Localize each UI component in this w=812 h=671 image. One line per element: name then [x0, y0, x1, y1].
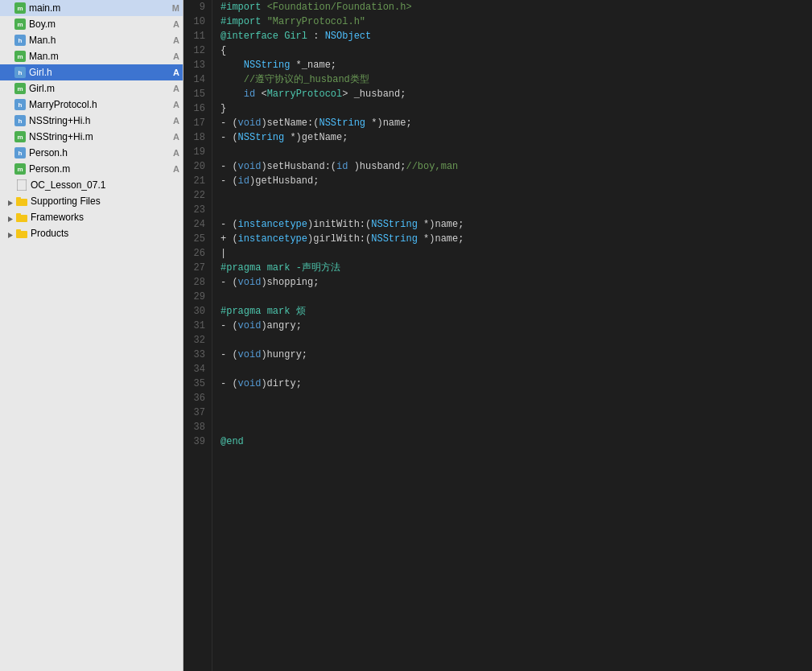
code-line: id <MarryProtocol> _husband; — [221, 87, 812, 101]
sidebar-item-person-h[interactable]: hPerson.hA — [0, 145, 183, 161]
sidebar-item-oc-lesson[interactable]: OC_Lesson_07.1 — [0, 177, 183, 193]
code-token: id — [244, 89, 255, 100]
code-token: #import — [221, 2, 261, 13]
line-number: 32 — [190, 333, 205, 348]
svg-marker-4 — [8, 216, 13, 222]
file-badge: A — [173, 148, 179, 158]
code-token: instancetype — [238, 233, 307, 245]
file-label: Supporting Files — [31, 196, 183, 207]
code-token: )dirty; — [261, 378, 301, 389]
code-token: #import — [221, 16, 261, 27]
h-file-icon: h — [14, 146, 27, 159]
code-content: #import <Foundation/Foundation.h>#import… — [212, 0, 812, 671]
line-number: 22 — [190, 188, 205, 203]
sidebar-item-nsstring-hi-h[interactable]: hNSString+Hi.hA — [0, 113, 183, 129]
svg-rect-0 — [17, 179, 27, 191]
code-token: - ( — [221, 320, 238, 331]
code-line: - (void)angry; — [221, 319, 812, 333]
code-token: mark — [267, 262, 291, 274]
code-line: @interface Girl : NSObject — [221, 29, 812, 43]
code-token: #pragma — [221, 262, 261, 274]
file-label: Girl.m — [29, 83, 173, 94]
sidebar-item-nsstring-hi-m[interactable]: mNSString+Hi.mA — [0, 129, 183, 145]
sidebar-item-boy-m[interactable]: mBoy.mA — [0, 16, 183, 32]
file-badge: M — [172, 3, 179, 13]
m-file-icon: m — [14, 2, 27, 14]
sidebar-item-supporting-files[interactable]: Supporting Files — [0, 193, 183, 209]
line-number: 26 — [190, 246, 205, 261]
file-label: Person.h — [29, 147, 173, 158]
code-token: )getHusband; — [249, 175, 319, 187]
code-token: NSObject — [325, 31, 372, 42]
code-token: )setHusband:( — [261, 161, 336, 172]
line-number: 33 — [190, 348, 205, 362]
code-line — [221, 145, 812, 159]
code-line — [221, 290, 812, 304]
code-token: - ( — [221, 349, 238, 360]
code-token: void — [238, 117, 262, 129]
line-number: 15 — [190, 87, 205, 101]
file-badge: A — [173, 19, 179, 29]
file-navigator[interactable]: mmain.mMmBoy.mAhMan.hAmMan.mAhGirl.hAmGi… — [0, 0, 183, 671]
code-token — [290, 262, 295, 274]
svg-rect-9 — [16, 229, 21, 233]
triangle-icon — [6, 182, 14, 189]
code-token: -声明方法 — [296, 262, 340, 274]
file-label: main.m — [29, 2, 172, 14]
line-number: 21 — [190, 174, 205, 188]
code-token: void — [238, 349, 262, 360]
line-number: 12 — [190, 43, 205, 58]
code-token: #pragma — [221, 306, 261, 317]
sidebar-item-man-m[interactable]: mMan.mA — [0, 48, 183, 64]
file-badge: A — [173, 116, 179, 126]
code-token: MarryProtocol — [267, 89, 343, 100]
sidebar-item-marry-h[interactable]: hMarryProtocol.hA — [0, 97, 183, 113]
code-line — [221, 362, 812, 377]
code-token: id — [238, 175, 249, 187]
line-number: 30 — [190, 304, 205, 319]
code-token: *_name; — [290, 60, 336, 71]
code-token: mark — [267, 306, 291, 317]
code-line: + (instancetype)girlWith:(NSString *)nam… — [221, 232, 812, 246]
svg-rect-6 — [16, 213, 21, 216]
code-token: : — [307, 31, 325, 42]
code-token: } — [221, 103, 226, 114]
code-line — [221, 188, 812, 203]
code-token: void — [238, 161, 262, 172]
plain-file-icon — [15, 179, 28, 191]
sidebar-item-person-m[interactable]: mPerson.mA — [0, 161, 183, 177]
code-token: <Foundation/Foundation.h> — [267, 2, 412, 13]
sidebar-item-man-h[interactable]: hMan.hA — [0, 32, 183, 48]
line-number: 16 — [190, 101, 205, 116]
code-token: - ( — [221, 219, 238, 230]
code-line: #pragma mark -声明方法 — [221, 261, 812, 275]
line-number: 20 — [190, 159, 205, 174]
code-line: #pragma mark 烦 — [221, 304, 812, 319]
code-token — [261, 262, 266, 274]
file-badge: A — [173, 35, 179, 45]
sidebar-item-girl-m[interactable]: mGirl.mA — [0, 80, 183, 97]
code-token: - ( — [221, 132, 238, 143]
h-file-icon: h — [14, 66, 27, 79]
triangle-icon — [6, 198, 14, 205]
code-line: #import <Foundation/Foundation.h> — [221, 0, 812, 14]
code-line: NSString *_name; — [221, 58, 812, 72]
code-token: + ( — [221, 233, 238, 245]
code-token: )shopping; — [261, 277, 319, 288]
m-file-icon: m — [14, 163, 27, 175]
code-token: )girlWith:( — [307, 233, 371, 245]
line-number: 23 — [190, 203, 205, 217]
file-label: Boy.m — [29, 19, 173, 30]
sidebar-item-frameworks[interactable]: Frameworks — [0, 209, 183, 225]
file-label: NSString+Hi.m — [29, 131, 173, 142]
line-number: 10 — [190, 14, 205, 29]
file-badge: A — [173, 100, 179, 109]
code-token: )angry; — [261, 320, 301, 331]
code-token — [261, 16, 266, 27]
code-line: //遵守协议的_husband类型 — [221, 72, 812, 87]
sidebar-item-products[interactable]: Products — [0, 225, 183, 241]
sidebar-item-main-m[interactable]: mmain.mM — [0, 0, 183, 16]
line-number: 38 — [190, 420, 205, 434]
h-file-icon: h — [14, 34, 27, 47]
sidebar-item-girl-h[interactable]: hGirl.hA — [0, 64, 183, 80]
